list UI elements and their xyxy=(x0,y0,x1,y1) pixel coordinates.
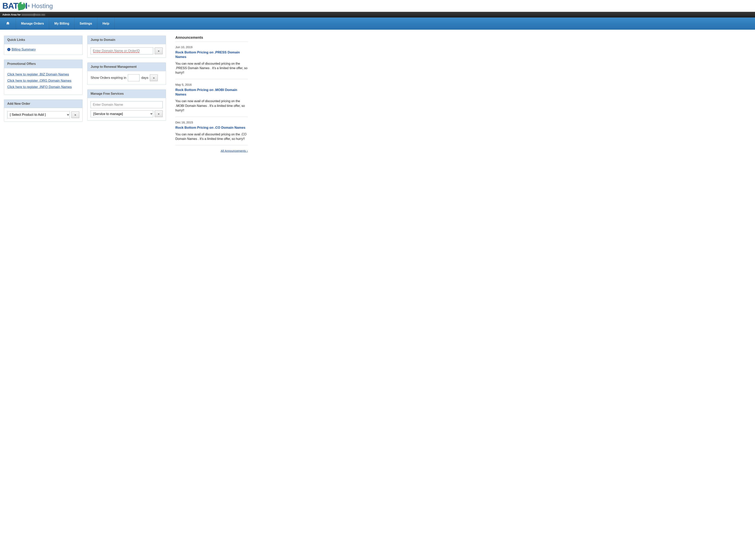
announcement-body: You can now avail of discounted pricing … xyxy=(175,61,248,75)
jump-domain-go-button[interactable]: » xyxy=(155,47,162,54)
nav-help[interactable]: Help xyxy=(97,18,115,30)
link-billing-summary[interactable]: » Billing Summary xyxy=(7,47,36,52)
chevron-right-badge-icon: » xyxy=(7,48,11,51)
panel-add-new-order: Add New Order [ Select Product to Add ] … xyxy=(4,99,82,122)
promo-link-info[interactable]: Click here to register .INFO Domain Name… xyxy=(7,85,79,89)
panel-quick-links-title: Quick Links xyxy=(4,36,82,44)
nav-my-billing[interactable]: My Billing xyxy=(49,18,75,30)
column-right: Announcements Jun 10, 2019 Rock Bottom P… xyxy=(171,36,248,153)
announcement-title-link[interactable]: Rock Bottom Pricing on .CO Domain Names xyxy=(175,125,248,130)
announcement-item: Jun 10, 2019 Rock Bottom Pricing on .PRE… xyxy=(175,45,248,79)
logo-bar: BAT I ® Hosting xyxy=(0,0,755,12)
main-content: Quick Links » Billing Summary Promotiona… xyxy=(0,30,252,158)
panel-jump-to-domain: Jump to Domain » xyxy=(87,36,166,58)
panel-manage-free-services: Manage Free Services [Service to manage]… xyxy=(87,89,166,121)
column-left: Quick Links » Billing Summary Promotiona… xyxy=(4,36,82,153)
announcement-body: You can now avail of discounted pricing … xyxy=(175,99,248,113)
all-announcements-link[interactable]: All Announcements › xyxy=(220,149,248,153)
nav-manage-orders[interactable]: Manage Orders xyxy=(16,18,49,30)
link-billing-summary-label: Billing Summary xyxy=(12,47,36,52)
brand-left: BAT xyxy=(2,1,18,11)
nav-home[interactable] xyxy=(0,18,16,30)
admin-email-obscured: xxxxxxxxx@xxxx.xxx xyxy=(21,13,45,16)
announcements-title: Announcements xyxy=(175,36,248,42)
announcement-title-link[interactable]: Rock Bottom Pricing on .PRESS Domain Nam… xyxy=(175,50,248,59)
add-order-go-button[interactable]: » xyxy=(71,112,79,118)
promo-link-biz[interactable]: Click here to register .BIZ Domain Names xyxy=(7,73,79,76)
renewal-label-prefix: Show Orders expiring in xyxy=(91,76,126,80)
home-icon xyxy=(6,21,10,26)
panel-promotional-offers: Promotional Offers Click here to registe… xyxy=(4,60,82,95)
renewal-label-suffix: days xyxy=(141,76,148,80)
free-services-domain-input[interactable] xyxy=(91,101,162,108)
announcement-date: May 5, 2016 xyxy=(175,83,248,86)
announcement-date: Jun 10, 2019 xyxy=(175,45,248,49)
jump-domain-input[interactable] xyxy=(91,47,153,55)
select-product[interactable]: [ Select Product to Add ] xyxy=(7,111,70,118)
registered-mark: ® xyxy=(28,4,30,7)
promo-link-org[interactable]: Click here to register .ORG Domain Names xyxy=(7,79,79,83)
panel-free-services-title: Manage Free Services xyxy=(88,89,166,98)
panel-add-order-title: Add New Order xyxy=(4,100,82,108)
announcement-item: Dec 16, 2015 Rock Bottom Pricing on .CO … xyxy=(175,121,248,145)
announcement-title-link[interactable]: Rock Bottom Pricing on .MOBI Domain Name… xyxy=(175,88,248,97)
renewal-days-input[interactable] xyxy=(128,74,140,81)
panel-renewal-management: Jump to Renewal Management Show Orders e… xyxy=(87,62,166,85)
brand-suffix: Hosting xyxy=(32,2,53,9)
announcement-item: May 5, 2016 Rock Bottom Pricing on .MOBI… xyxy=(175,83,248,117)
nav-settings[interactable]: Settings xyxy=(75,18,97,30)
panel-jump-domain-title: Jump to Domain xyxy=(88,36,166,44)
admin-bar: Admin Area for xxxxxxxxx@xxxx.xxx xyxy=(0,12,755,18)
leaf-icon xyxy=(17,1,26,11)
panel-promo-title: Promotional Offers xyxy=(4,60,82,68)
panel-renewal-title: Jump to Renewal Management xyxy=(88,63,166,71)
admin-prefix: Admin Area for xyxy=(2,13,21,16)
free-services-go-button[interactable]: » xyxy=(155,111,162,117)
column-middle: Jump to Domain » Jump to Renewal Managem… xyxy=(87,36,166,153)
announcement-body: You can now avail of discounted pricing … xyxy=(175,132,248,141)
renewal-go-button[interactable]: » xyxy=(150,75,158,81)
free-services-select[interactable]: [Service to manage] xyxy=(91,110,153,117)
brand-logo: BAT I ® xyxy=(2,1,30,11)
announcement-date: Dec 16, 2015 xyxy=(175,121,248,124)
nav-bar: Manage Orders My Billing Settings Help xyxy=(0,18,755,30)
panel-quick-links: Quick Links » Billing Summary xyxy=(4,36,82,55)
